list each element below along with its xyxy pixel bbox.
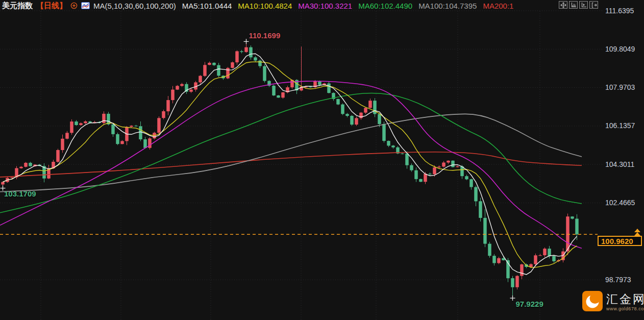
crosshair-icon[interactable] xyxy=(559,1,567,9)
brand-site: www.gold678.com xyxy=(606,306,644,311)
extreme-marker-icon xyxy=(510,296,515,301)
current-price-box: 100.9620 xyxy=(598,236,642,246)
chart-window: 美元指数 【日线】 MA(5,10,30,60,100,200) MA5:101… xyxy=(0,0,644,320)
price-up-arrow-icon xyxy=(634,229,640,232)
ma5-line xyxy=(3,54,577,275)
expand-icon[interactable] xyxy=(70,2,78,9)
axis-label: 106.1357 xyxy=(605,121,643,130)
gridlines xyxy=(0,11,604,320)
annotation-start-low: 103.1709 xyxy=(4,189,36,198)
annotation-low: 97.9229 xyxy=(516,300,543,308)
extreme-marker-icon xyxy=(244,39,249,44)
candlesticks xyxy=(1,41,579,298)
chart-toolbar xyxy=(559,1,598,9)
ma100-value: MA100:104.7395 xyxy=(418,2,477,10)
axis-label: 109.8049 xyxy=(605,45,643,53)
annotation-high: 110.1699 xyxy=(249,31,281,40)
axis-label: 98.7973 xyxy=(605,276,643,284)
ma200-value: MA200:1 xyxy=(483,2,513,10)
ma60-line xyxy=(0,93,582,212)
chart-panel-icon[interactable] xyxy=(579,1,588,9)
chart-header: 美元指数 【日线】 MA(5,10,30,60,100,200) MA5:101… xyxy=(0,0,644,11)
watermark: 汇金网 www.gold678.com xyxy=(582,291,644,313)
ma-config-label: MA(5,10,30,60,100,200) xyxy=(93,2,176,10)
brand-name: 汇金网 xyxy=(606,293,644,305)
axis-label: 104.3011 xyxy=(605,160,643,168)
price-up-arrow-icon xyxy=(634,232,640,236)
exit-icon[interactable] xyxy=(589,1,598,9)
symbol-title: 美元指数 xyxy=(2,1,33,11)
ma5-value: MA5:101.0444 xyxy=(182,2,232,10)
axis-scale-icon[interactable] xyxy=(569,1,578,9)
ma30-line xyxy=(0,81,582,249)
ma10-value: MA10:100.4824 xyxy=(238,2,292,10)
ma30-value: MA30:100.3221 xyxy=(298,2,352,10)
axis-label: 107.9703 xyxy=(605,83,643,91)
chart-canvas[interactable] xyxy=(0,0,644,320)
brand-logo-icon xyxy=(582,291,603,313)
period-label: 【日线】 xyxy=(36,1,67,11)
ma100-line xyxy=(0,114,582,191)
ma60-value: MA60:102.4490 xyxy=(358,2,412,10)
kline-thumbnail-icon xyxy=(81,2,90,9)
axis-label: 102.4665 xyxy=(605,199,643,207)
